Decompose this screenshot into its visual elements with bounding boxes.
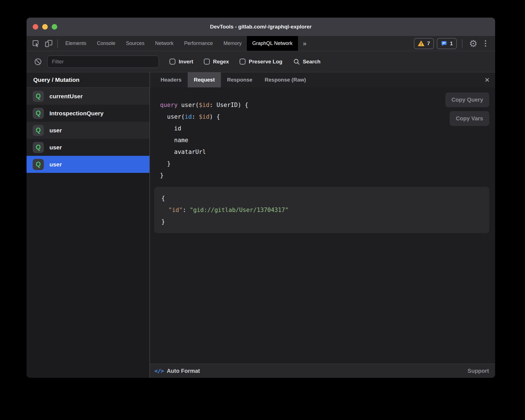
search-icon (293, 58, 300, 65)
panel-footer: </> Auto Format Support (150, 364, 495, 378)
tab-graphql-network[interactable]: GraphQL Network (247, 36, 298, 51)
devtools-window: DevTools - gitlab.com/-/graphql-explorer… (27, 18, 495, 378)
query-type-badge: Q (33, 91, 44, 102)
checkbox-preserve-log[interactable]: Preserve Log (240, 59, 282, 65)
code-line: query user($id: UserID) { (160, 99, 495, 111)
code-line: "id": "gid://gitlab/User/13704317" (161, 204, 482, 216)
code-token: id (185, 113, 192, 120)
list-item-currentuser-0[interactable]: QcurrentUser (27, 88, 149, 105)
list-item-user-2[interactable]: Quser (27, 122, 149, 139)
code-token: "id" (168, 207, 183, 213)
code-token: } (160, 172, 164, 179)
checkbox-box-preserve-log[interactable] (240, 59, 245, 65)
code-token: avatarUrl (160, 149, 206, 155)
code-token: "gid://gitlab/User/13704317" (190, 207, 288, 213)
tab-response[interactable]: Response (221, 72, 259, 87)
devtools-tabs: ElementsConsoleSourcesNetworkPerformance… (60, 36, 298, 51)
checkbox-regex[interactable]: Regex (204, 59, 229, 65)
code-token: user( (160, 113, 185, 120)
code-line: } (160, 170, 495, 181)
query-type-badge: Q (33, 159, 44, 170)
code-token: user( (178, 102, 199, 108)
checkbox-label-preserve-log: Preserve Log (249, 59, 282, 65)
code-token: name (160, 137, 188, 144)
toolbar-right-controls: 7 1 ⚙ (414, 36, 495, 51)
search-button[interactable]: Search (293, 58, 320, 65)
code-format-icon: </> (154, 367, 164, 374)
chevron-double-right-icon: » (303, 40, 307, 47)
inspect-cursor-icon (32, 39, 40, 48)
code-token (161, 207, 168, 213)
tab-memory[interactable]: Memory (218, 36, 247, 51)
code-line: id (160, 123, 495, 134)
query-type-badge: Q (33, 125, 44, 136)
code-line: } (160, 158, 495, 170)
message-count: 1 (450, 40, 453, 47)
tab-console[interactable]: Console (92, 36, 121, 51)
filter-input[interactable] (47, 56, 159, 68)
code-line: user(id: $id) { (160, 111, 495, 123)
code-token: $id (199, 102, 209, 108)
query-name-label: user (49, 144, 62, 151)
query-type-badge: Q (33, 108, 44, 119)
query-name-label: user (49, 161, 62, 168)
query-name-label: currentUser (49, 93, 83, 100)
query-name-label: user (49, 127, 62, 134)
auto-format-button[interactable]: Auto Format (167, 368, 200, 374)
close-window-button[interactable] (33, 24, 38, 30)
zoom-window-button[interactable] (52, 24, 57, 30)
filter-bar: InvertRegexPreserve Log Search (27, 51, 495, 72)
copy-vars-button[interactable]: Copy Vars (450, 111, 489, 126)
graphql-variables-box: { "id": "gid://gitlab/User/13704317"} (154, 187, 489, 233)
tab-network[interactable]: Network (150, 36, 179, 51)
tab-response-raw[interactable]: Response (Raw) (259, 72, 312, 87)
tab-elements[interactable]: Elements (60, 36, 92, 51)
warning-icon (418, 40, 424, 47)
tab-request[interactable]: Request (188, 72, 221, 87)
tab-performance[interactable]: Performance (179, 36, 218, 51)
close-panel-icon[interactable]: × (485, 76, 490, 84)
support-link[interactable]: Support (467, 368, 489, 374)
minimize-window-button[interactable] (42, 24, 48, 30)
inspect-element-button[interactable] (29, 36, 42, 51)
code-line: avatarUrl (160, 146, 495, 158)
code-token: $id (199, 113, 209, 120)
list-item-introspectionquery-1[interactable]: QIntrospectionQuery (27, 105, 149, 122)
tab-sources[interactable]: Sources (121, 36, 150, 51)
code-token: query (160, 102, 178, 108)
code-token: } (160, 160, 171, 167)
block-clear-icon[interactable] (34, 58, 42, 66)
device-toolbar-icon (44, 39, 53, 48)
tab-headers[interactable]: Headers (154, 72, 188, 87)
window-title: DevTools - gitlab.com/-/graphql-explorer (27, 24, 495, 30)
checkbox-invert[interactable]: Invert (170, 59, 193, 65)
settings-gear-icon[interactable]: ⚙ (467, 39, 479, 48)
title-bar: DevTools - gitlab.com/-/graphql-explorer (27, 18, 495, 36)
traffic-lights (33, 18, 57, 36)
warnings-button[interactable]: 7 (414, 38, 434, 49)
detail-panel-tabs: HeadersRequestResponseResponse (Raw)× (150, 72, 495, 87)
more-tabs-button[interactable]: » (298, 36, 312, 51)
kebab-menu-icon[interactable] (482, 40, 489, 47)
list-item-user-3[interactable]: Quser (27, 139, 149, 156)
code-token: id (160, 125, 181, 132)
checkbox-box-regex[interactable] (204, 59, 210, 65)
list-item-user-4[interactable]: Quser (27, 156, 149, 173)
query-type-badge: Q (33, 142, 44, 153)
filter-checkboxes: InvertRegexPreserve Log (159, 59, 282, 65)
issues-button[interactable]: 1 (437, 38, 457, 49)
code-token: ) { (209, 113, 220, 120)
checkbox-label-regex: Regex (213, 59, 229, 65)
code-token: : (183, 207, 190, 213)
toggle-device-toolbar-button[interactable] (42, 36, 55, 51)
graphql-variables-code: { "id": "gid://gitlab/User/13704317"} (161, 192, 482, 228)
message-bubble-icon (441, 40, 447, 47)
sidebar-header: Query / Mutation (27, 72, 149, 88)
code-line: { (161, 192, 482, 204)
main-content: Query / Mutation QcurrentUserQIntrospect… (27, 72, 495, 378)
graphql-query-code: query user($id: UserID) { user(id: $id) … (160, 99, 495, 181)
checkbox-box-invert[interactable] (170, 59, 175, 65)
request-panel-body: Copy Query Copy Vars query user($id: Use… (150, 87, 495, 364)
copy-query-button[interactable]: Copy Query (445, 92, 489, 107)
checkbox-label-invert: Invert (179, 59, 193, 65)
